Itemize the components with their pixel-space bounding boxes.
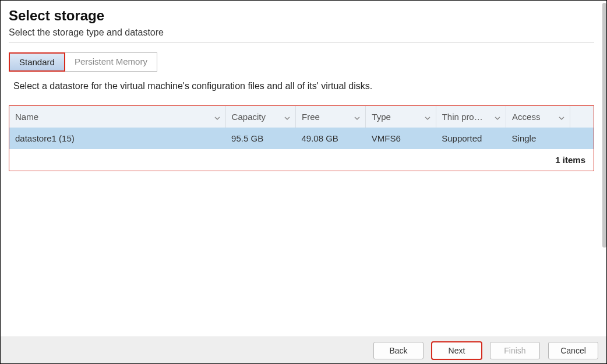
back-button[interactable]: Back <box>373 342 424 359</box>
chevron-down-icon <box>424 114 431 121</box>
tab-persistent-memory[interactable]: Persistent Memory <box>65 52 157 72</box>
cell-access: Single <box>506 128 570 149</box>
col-header-free[interactable]: Free <box>295 106 365 128</box>
chevron-down-icon <box>214 114 221 121</box>
chevron-down-icon <box>354 114 361 121</box>
scrollbar[interactable] <box>602 3 606 248</box>
cell-blank <box>570 128 594 149</box>
col-header-name[interactable]: Name <box>9 106 225 128</box>
table-footer-count: 1 items <box>9 149 594 171</box>
cell-name: datastore1 (15) <box>9 128 225 149</box>
wizard-footer: Back Next Finish Cancel <box>1 337 606 363</box>
page-subtitle: Select the storage type and datastore <box>9 27 594 38</box>
cancel-button[interactable]: Cancel <box>548 342 598 359</box>
cell-thin: Supported <box>436 128 506 149</box>
col-header-capacity[interactable]: Capacity <box>225 106 295 128</box>
col-header-access-label: Access <box>512 112 540 122</box>
chevron-down-icon <box>494 114 501 121</box>
tab-standard[interactable]: Standard <box>9 52 65 72</box>
datastore-table: Name Capacity Free Type <box>9 105 594 171</box>
table-row[interactable]: datastore1 (15) 95.5 GB 49.08 GB VMFS6 S… <box>9 128 594 149</box>
next-button[interactable]: Next <box>432 342 482 359</box>
col-header-thin-label: Thin pro… <box>442 112 483 122</box>
col-header-blank <box>570 106 594 128</box>
finish-button: Finish <box>490 342 540 359</box>
col-header-thin-provisioning[interactable]: Thin pro… <box>436 106 506 128</box>
col-header-free-label: Free <box>302 112 320 122</box>
chevron-down-icon <box>284 114 291 121</box>
page-title: Select storage <box>9 8 594 24</box>
divider <box>9 43 594 43</box>
instruction-text: Select a datastore for the virtual machi… <box>9 72 594 105</box>
col-header-name-label: Name <box>15 112 38 122</box>
cell-type: VMFS6 <box>366 128 436 149</box>
cell-capacity: 95.5 GB <box>225 128 295 149</box>
cell-free: 49.08 GB <box>295 128 365 149</box>
chevron-down-icon <box>558 114 565 121</box>
col-header-type-label: Type <box>372 112 391 122</box>
col-header-access[interactable]: Access <box>506 106 570 128</box>
storage-type-tabs: Standard Persistent Memory <box>9 52 594 72</box>
col-header-capacity-label: Capacity <box>232 112 266 122</box>
col-header-type[interactable]: Type <box>366 106 436 128</box>
